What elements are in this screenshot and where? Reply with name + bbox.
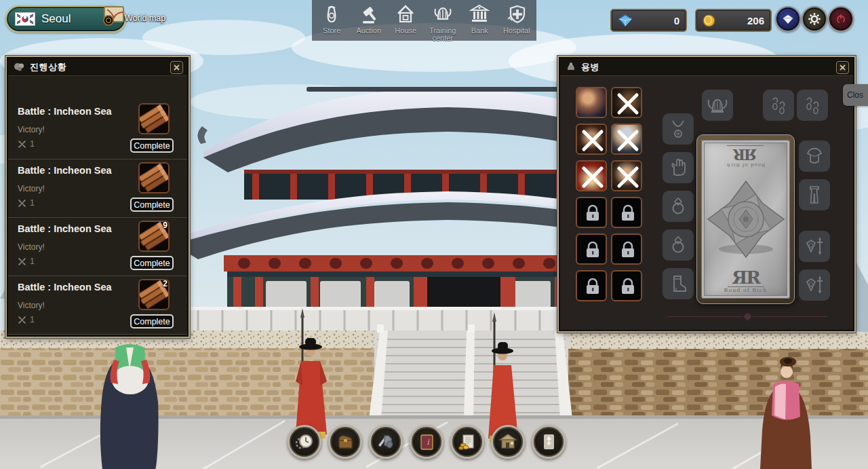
equip-slot-ring[interactable] (663, 191, 694, 222)
diamond-currency-bar[interactable]: 0 (610, 9, 687, 32)
cash-shop-button[interactable] (775, 6, 801, 32)
mercenary-close-button[interactable] (836, 61, 849, 74)
complete-button[interactable]: Complete (130, 198, 174, 212)
complete-button[interactable]: Complete (130, 138, 174, 153)
menu-ledger-button[interactable] (450, 425, 484, 459)
equip-slot-helmet[interactable] (702, 90, 733, 121)
reward-wood-planks[interactable] (138, 162, 170, 193)
mercenary-slot-locked[interactable] (611, 233, 642, 265)
padlock-icon (612, 235, 642, 265)
battle-status: Victory! (18, 242, 45, 252)
equip-slot-necklace[interactable] (663, 113, 694, 145)
mercenary-portrait-crossed[interactable] (611, 124, 642, 155)
progress-panel-title: 진행상황 (30, 61, 66, 73)
padlock-icon (612, 271, 642, 301)
nav-bank[interactable]: Bank (462, 3, 497, 41)
mercenary-slot-locked[interactable] (611, 270, 642, 301)
nav-auction[interactable]: Auction (351, 3, 387, 41)
reward-wood-planks[interactable] (138, 103, 170, 134)
mercenary-portrait-crossed[interactable] (611, 160, 642, 191)
battle-card-icon (538, 432, 559, 452)
progress-entry: Battle : Incheon Sea Victory! 1 (8, 100, 187, 159)
battle-title: Battle : Incheon Sea (18, 223, 112, 234)
battle-title: Battle : Incheon Sea (18, 165, 112, 176)
menu-battle-card-button[interactable] (532, 425, 566, 459)
nav-store[interactable]: Store (314, 3, 349, 41)
equip-slot-earring[interactable] (797, 90, 828, 121)
progress-close-button[interactable] (170, 61, 183, 74)
nav-hospital[interactable]: Hospital (499, 3, 534, 41)
close-side-button[interactable]: Clos (843, 84, 868, 106)
mercenary-portrait-crossed[interactable] (576, 160, 607, 191)
world-map-button[interactable] (100, 3, 127, 29)
menu-equipment-button[interactable] (369, 425, 403, 459)
complete-button[interactable]: Complete (130, 256, 174, 270)
progress-entry-list: Battle : Incheon Sea Victory! 1 (8, 76, 187, 335)
complete-button[interactable]: Complete (130, 314, 174, 329)
ring-icon (667, 234, 689, 256)
battle-count: 1 (18, 198, 35, 208)
glove-icon (667, 157, 689, 179)
settings-button[interactable] (802, 6, 827, 32)
power-icon (834, 12, 848, 26)
training-helmet-icon (432, 3, 454, 26)
reward-wood-planks[interactable]: 9 (138, 221, 170, 252)
mercenary-card[interactable]: Road of Rich ЯR ЯR Road of Rich (696, 134, 795, 304)
equip-slot-earring[interactable] (763, 90, 794, 121)
journal-book-icon: i (416, 432, 437, 452)
mercenary-slot-locked[interactable] (576, 197, 607, 228)
mercenary-portrait-active[interactable] (576, 87, 607, 118)
armor-icon (803, 145, 826, 167)
equip-slot-glove[interactable] (663, 152, 694, 183)
menu-timer-button[interactable] (288, 425, 321, 459)
viking-helmet-icon (706, 94, 729, 116)
ledger-coins-icon (457, 432, 477, 452)
reward-wood-planks[interactable]: 2 (138, 279, 170, 310)
equip-slot-boots[interactable] (663, 268, 694, 299)
pants-icon (804, 184, 825, 206)
mercenary-panel: 용병 (557, 56, 856, 333)
menu-inventory-button[interactable] (328, 425, 362, 459)
mercenary-slot-locked[interactable] (576, 270, 607, 301)
progress-entry: Battle : Incheon Sea Victory! 1 (8, 217, 187, 276)
equip-slot-ring[interactable] (663, 229, 694, 261)
estate-house-icon (498, 432, 518, 452)
battle-status: Victory! (18, 184, 45, 193)
mercenary-panel-title: 용병 (581, 61, 599, 73)
card-back: Road of Rich ЯR ЯR Road of Rich (701, 140, 790, 299)
x-mark-icon (612, 125, 642, 155)
exit-button[interactable] (828, 6, 854, 32)
gear-icon (808, 12, 821, 26)
equip-slot-weapon[interactable] (799, 269, 830, 301)
equip-slot-pants[interactable] (799, 179, 830, 210)
world-map-label[interactable]: World map (125, 14, 165, 23)
mercenary-slot-locked[interactable] (611, 197, 642, 228)
earrings-icon (802, 94, 823, 116)
gold-currency-bar[interactable]: 206 (695, 9, 772, 32)
x-mark-icon (612, 88, 642, 118)
wood-planks-icon (140, 105, 168, 133)
mercenary-slot-locked[interactable] (576, 233, 607, 265)
mercenary-portrait-crossed[interactable] (576, 124, 607, 155)
gold-amount: 206 (747, 15, 764, 26)
nav-training-center[interactable]: Training center (425, 3, 460, 41)
equip-slot-armor[interactable] (799, 140, 830, 172)
mercenary-portrait-crossed[interactable] (611, 87, 642, 118)
diamond-amount: 0 (674, 15, 679, 26)
close-icon (174, 64, 180, 71)
location-name: Seoul (41, 12, 71, 26)
equip-slot-weapon[interactable] (799, 231, 830, 262)
diamond-icon (782, 14, 794, 24)
necklace-icon (667, 118, 689, 140)
progress-icon (14, 62, 25, 72)
progress-panel: 진행상황 Battle : Incheon Sea Victory! 1 (5, 56, 190, 338)
menu-estate-button[interactable] (491, 425, 525, 459)
wood-planks-icon (140, 164, 168, 192)
battle-count: 1 (18, 257, 35, 266)
nav-house[interactable]: House (388, 3, 423, 41)
battle-status: Victory! (18, 125, 45, 134)
equipment-armor-icon (376, 432, 396, 452)
mercenary-panel-header: 용병 (560, 58, 853, 76)
menu-journal-button[interactable]: i (410, 425, 443, 459)
sword-shield-icon (803, 274, 826, 297)
